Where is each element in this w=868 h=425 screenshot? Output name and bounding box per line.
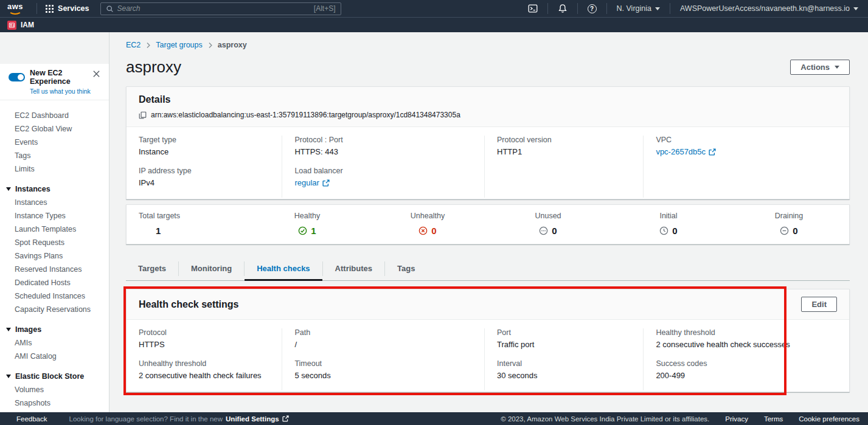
triangle-down-icon — [6, 187, 11, 191]
sidebar-item-volumes[interactable]: Volumes — [0, 383, 109, 396]
external-link-icon — [709, 148, 716, 156]
healthy-value: 1 — [311, 226, 316, 236]
target-group-arn: arn:aws:elasticloadbalancing:us-east-1:3… — [151, 111, 460, 119]
divider — [577, 3, 578, 14]
divider — [36, 3, 37, 14]
search-icon — [106, 5, 114, 13]
tab-targets[interactable]: Targets — [126, 257, 178, 280]
top-navigation-bar: aws Services [Alt+S] ? N. Virginia — [0, 0, 868, 17]
sidebar-item-dedicated-hosts[interactable]: Dedicated Hosts — [0, 276, 109, 289]
sidebar-item-snapshots[interactable]: Snapshots — [0, 396, 109, 410]
account-label: AWSPowerUserAccess/navaneeth.kn@harness.… — [680, 4, 850, 13]
new-experience-toggle[interactable] — [9, 73, 25, 81]
protocol-version-value: HTTP1 — [497, 147, 631, 156]
actions-button[interactable]: Actions — [790, 60, 850, 75]
sidebar-item-limits[interactable]: Limits — [0, 162, 109, 176]
chevron-down-icon — [835, 66, 839, 69]
sidebar-item-spot-requests[interactable]: Spot Requests — [0, 236, 109, 249]
search-input[interactable] — [117, 4, 310, 13]
load-balancer-link[interactable]: regular — [294, 178, 329, 187]
tab-tags[interactable]: Tags — [385, 257, 427, 280]
sidebar-spacer — [0, 32, 109, 64]
favorite-iam-link[interactable]: IAM — [7, 21, 34, 30]
aws-logo-text: aws — [7, 3, 23, 10]
sidebar-section-elastic-block-store[interactable]: Elastic Block Store — [0, 370, 109, 383]
target-type-value: Instance — [139, 147, 269, 156]
sidebar-item-tags[interactable]: Tags — [0, 149, 109, 162]
section-label: Elastic Block Store — [15, 372, 84, 381]
unhealthy-value: 0 — [431, 226, 436, 236]
ip-address-type-label: IP address type — [139, 167, 269, 175]
sidebar-section-images[interactable]: Images — [0, 323, 109, 336]
targets-summary-panel: Total targets 1 Healthy 1 Unhealthy 0 Un… — [126, 204, 850, 244]
draining-minus-icon — [780, 226, 789, 235]
sidebar-item-instances[interactable]: Instances — [0, 196, 109, 209]
copy-icon[interactable] — [139, 111, 147, 119]
sidebar-item-ec2-dashboard[interactable]: EC2 Dashboard — [0, 109, 109, 122]
details-panel: Details arn:aws:elasticloadbalancing:us-… — [126, 86, 850, 199]
close-icon[interactable] — [91, 69, 102, 79]
edit-button[interactable]: Edit — [801, 297, 837, 312]
global-search[interactable]: [Alt+S] — [100, 2, 341, 15]
hc-timeout-label: Timeout — [294, 359, 472, 368]
sidebar-item-ec2-global-view[interactable]: EC2 Global View — [0, 122, 109, 136]
protocol-port-value: HTTPS: 443 — [294, 147, 472, 156]
cookie-preferences-link[interactable]: Cookie preferences — [799, 415, 859, 423]
notifications-bell-button[interactable] — [554, 4, 571, 13]
hc-port-label: Port — [497, 328, 631, 337]
triangle-down-icon — [6, 375, 11, 378]
account-menu[interactable]: AWSPowerUserAccess/navaneeth.kn@harness.… — [676, 4, 862, 13]
unified-settings-link[interactable]: Unified Settings — [226, 415, 279, 423]
health-check-settings-panel: Health check settings Edit Protocol HTTP… — [126, 289, 850, 392]
copyright-text: © 2023, Amazon Web Services India Privat… — [501, 415, 709, 423]
external-link-icon — [322, 179, 330, 187]
edit-button-label: Edit — [811, 300, 827, 309]
services-menu-button[interactable]: Services — [43, 4, 91, 13]
load-balancer-label: Load balancer — [294, 167, 472, 175]
favorites-bar: IAM — [0, 17, 868, 32]
question-mark-icon: ? — [588, 4, 597, 13]
initial-clock-icon — [659, 226, 668, 235]
target-type-label: Target type — [139, 136, 269, 144]
sidebar-item-amis[interactable]: AMIs — [0, 336, 109, 350]
grid-icon — [46, 5, 54, 13]
vpc-link[interactable]: vpc-2657db5c — [656, 147, 716, 156]
cloudshell-button[interactable] — [524, 4, 541, 13]
aws-smile-icon — [9, 10, 22, 15]
draining-label: Draining — [729, 212, 849, 220]
sidebar-item-ami-catalog[interactable]: AMI Catalog — [0, 350, 109, 363]
sidebar-item-launch-templates[interactable]: Launch Templates — [0, 223, 109, 236]
sidebar-item-reserved-instances[interactable]: Reserved Instances — [0, 263, 109, 276]
external-link-icon — [282, 415, 289, 422]
terms-link[interactable]: Terms — [764, 415, 783, 423]
aws-logo[interactable]: aws — [7, 3, 23, 15]
breadcrumb-current: asproxy — [218, 41, 247, 49]
unhealthy-label: Unhealthy — [367, 212, 488, 220]
protocol-port-label: Protocol : Port — [294, 136, 472, 144]
divider — [670, 3, 670, 14]
hc-unhealthy-threshold-value: 2 consecutive health check failures — [139, 371, 269, 380]
sidebar-section-instances[interactable]: Instances — [0, 182, 109, 196]
details-title: Details — [139, 94, 837, 105]
breadcrumb-target-groups-link[interactable]: Target groups — [156, 41, 202, 49]
divider — [547, 3, 548, 14]
help-button[interactable]: ? — [584, 4, 600, 13]
sidebar-item-events[interactable]: Events — [0, 136, 109, 149]
tab-attributes[interactable]: Attributes — [323, 257, 384, 280]
region-selector[interactable]: N. Virginia — [613, 4, 664, 13]
privacy-link[interactable]: Privacy — [725, 415, 748, 423]
tell-us-link[interactable]: Tell us what you think — [30, 88, 91, 95]
sidebar-item-scheduled-instances[interactable]: Scheduled Instances — [0, 289, 109, 303]
breadcrumb-ec2-link[interactable]: EC2 — [126, 41, 141, 49]
sidebar-item-savings-plans[interactable]: Savings Plans — [0, 249, 109, 263]
hc-protocol-value: HTTPS — [139, 340, 269, 349]
main-content: EC2 Target groups asproxy asproxy Action… — [109, 32, 868, 412]
sidebar-item-instance-types[interactable]: Instance Types — [0, 209, 109, 223]
hc-path-value: / — [294, 340, 472, 349]
tab-health-checks[interactable]: Health checks — [245, 257, 322, 280]
tab-monitoring[interactable]: Monitoring — [179, 257, 244, 280]
breadcrumb-separator-icon — [145, 42, 151, 49]
feedback-link[interactable]: Feedback — [16, 415, 47, 423]
hc-healthy-threshold-value: 2 consecutive health check successes — [656, 340, 837, 349]
sidebar-item-capacity-reservations[interactable]: Capacity Reservations — [0, 303, 109, 316]
